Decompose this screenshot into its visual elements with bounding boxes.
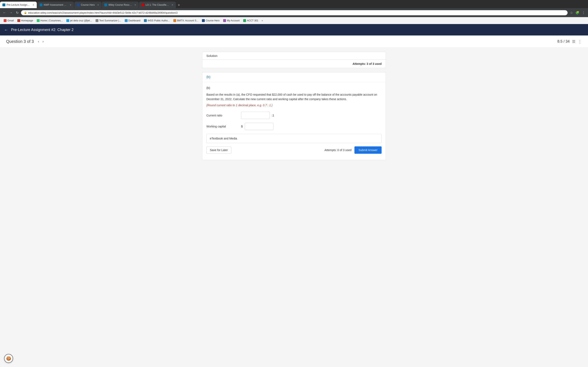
submit-attempts-label: Attempts: 0 of 3 used xyxy=(324,149,351,152)
part-b-sub-label: (b) xyxy=(207,86,381,90)
bookmark-button[interactable]: ☆ xyxy=(569,10,574,16)
bottom-actions: Save for Later Attempts: 0 of 3 used Sub… xyxy=(207,146,381,156)
tab-close-2[interactable]: ✕ xyxy=(97,4,99,6)
question-label: Question 3 of 3 xyxy=(6,39,34,44)
tab-0[interactable]: Pre-Lecture Assignment #2: C... ✕ xyxy=(0,2,37,8)
main-content: Solution Attempts: 3 of 3 used (b) (b) B… xyxy=(196,48,392,168)
back-nav-button[interactable]: ← xyxy=(2,10,7,15)
part-b-label: (b) xyxy=(207,75,210,79)
tab-favicon-1 xyxy=(40,3,43,6)
lock-icon: 🔒 xyxy=(24,11,27,14)
working-capital-label: Working capital xyxy=(207,125,239,128)
address-bar[interactable]: 🔒 education.wiley.com/was/ui/v2/assessme… xyxy=(21,10,568,15)
bookmark-label-3: jet dela cruz (@jet... xyxy=(70,19,92,22)
bookmark-favicon-3 xyxy=(66,19,69,22)
bookmark-favicon-8 xyxy=(202,19,205,22)
bookmark-favicon-2 xyxy=(37,19,40,22)
bookmark-0[interactable]: Gmail xyxy=(2,18,15,23)
tab-4[interactable]: LO 1: The Classified Balance S... ✕ xyxy=(139,2,176,8)
tab-favicon-3 xyxy=(104,3,107,6)
tab-close-0[interactable]: ✕ xyxy=(33,4,34,6)
more-options-button[interactable]: ⋮ xyxy=(578,39,582,44)
tab-2[interactable]: Course Hero ✕ xyxy=(74,2,102,8)
part-b-body: (b) Based on the results in (a), the CFO… xyxy=(202,82,386,160)
tab-label-0: Pre-Lecture Assignment #2: C... xyxy=(7,3,30,6)
back-button[interactable]: ← xyxy=(4,27,8,32)
tab-label-1: NWP Assessment Player UI A... xyxy=(44,3,67,6)
menu-button[interactable]: ⋮ xyxy=(581,10,586,16)
bookmark-favicon-7 xyxy=(173,19,176,22)
browser-chrome: Pre-Lecture Assignment #2: C... ✕ NWP As… xyxy=(0,0,588,24)
bookmark-label-2: Home | Cosumnes... xyxy=(40,19,63,22)
new-tab-button[interactable]: + xyxy=(176,2,182,8)
tab-label-3: Wiley Course Resources xyxy=(108,3,132,6)
bookmark-label-8: Course Hero xyxy=(206,19,219,22)
bookmark-label-9: My Account xyxy=(227,19,240,22)
bookmark-favicon-10 xyxy=(243,19,246,22)
working-capital-input[interactable] xyxy=(245,123,273,130)
submit-answer-button[interactable]: Submit Answer xyxy=(355,146,381,154)
tab-label-2: Course Hero xyxy=(81,3,95,6)
round-hint: (Round current ratio to 1 decimal place,… xyxy=(207,104,381,107)
score-display: 8.5 / 34 xyxy=(557,39,570,44)
tab-favicon-0 xyxy=(2,3,5,6)
bookmark-9[interactable]: My Account xyxy=(222,18,241,23)
address-bar-row: ← → ↻ 🔒 education.wiley.com/was/ui/v2/as… xyxy=(0,8,588,17)
list-icon-button[interactable]: ☰ xyxy=(572,39,575,44)
prev-question-button[interactable]: ‹ xyxy=(37,39,40,44)
bookmark-1[interactable]: Homepage xyxy=(16,18,35,23)
next-question-button[interactable]: › xyxy=(42,39,44,44)
etextbook-label: eTextbook and Media xyxy=(210,137,237,140)
bookmark-label-7: BMTX: Account S... xyxy=(177,19,198,22)
bookmark-2[interactable]: Home | Cosumnes... xyxy=(35,18,64,23)
forward-nav-button[interactable]: → xyxy=(9,10,13,15)
solution-tab[interactable]: Solution xyxy=(202,52,386,60)
bookmark-label-10: ACCT 301 xyxy=(247,19,258,22)
question-nav-bar: Question 3 of 3 ‹ › 8.5 / 34 ☰ ⋮ xyxy=(0,35,588,48)
current-ratio-input[interactable] xyxy=(241,112,270,119)
tab-1[interactable]: NWP Assessment Player UI A... ✕ xyxy=(37,2,74,8)
bookmark-5[interactable]: Dashboard xyxy=(123,18,142,23)
bookmark-label-5: Dashboard xyxy=(129,19,140,22)
bookmark-8[interactable]: Course Hero xyxy=(200,18,221,23)
tab-favicon-2 xyxy=(77,3,80,6)
attempts-row: Attempts: 3 of 3 used xyxy=(202,60,386,68)
bookmark-label-1: Homepage xyxy=(21,19,33,22)
question-text: Based on the results in (a), the CFO req… xyxy=(207,92,381,101)
bookmark-favicon-9 xyxy=(223,19,226,22)
tab-close-4[interactable]: ✕ xyxy=(172,4,173,6)
bookmark-favicon-1 xyxy=(17,19,20,22)
bookmark-label-6: IHSS Public Autho... xyxy=(148,19,170,22)
bookmark-favicon-5 xyxy=(125,19,128,22)
part-b-header: (b) xyxy=(202,72,386,82)
extensions-button[interactable]: 🧩 xyxy=(575,10,580,16)
working-capital-row: Working capital $ xyxy=(207,123,381,130)
url-text: education.wiley.com/was/ui/v2/assessment… xyxy=(28,11,178,14)
solution-card: Solution Attempts: 3 of 3 used xyxy=(202,52,386,68)
current-ratio-label: Current ratio xyxy=(207,114,239,117)
solution-tab-label: Solution xyxy=(207,54,217,58)
bookmark-label-0: Gmail xyxy=(7,19,14,22)
bookmark-favicon-0 xyxy=(4,19,7,22)
tab-bar: Pre-Lecture Assignment #2: C... ✕ NWP As… xyxy=(0,0,588,8)
bookmarks-more[interactable]: » xyxy=(261,19,263,22)
ratio-suffix: :1 xyxy=(272,114,274,117)
bookmark-4[interactable]: Text Summarizer |... xyxy=(94,18,122,23)
part-b-card: (b) (b) Based on the results in (a), the… xyxy=(202,72,386,160)
refresh-button[interactable]: ↻ xyxy=(15,10,19,16)
save-later-button[interactable]: Save for Later xyxy=(207,147,231,154)
etextbook-row[interactable]: eTextbook and Media xyxy=(207,134,381,143)
dollar-sign: $ xyxy=(241,125,243,128)
app-header: ← Pre-Lecture Assignment #2: Chapter 2 xyxy=(0,24,588,35)
tab-3[interactable]: Wiley Course Resources ✕ xyxy=(102,2,139,8)
tab-close-1[interactable]: ✕ xyxy=(70,4,71,6)
bookmark-favicon-4 xyxy=(95,19,98,22)
bookmark-7[interactable]: BMTX: Account S... xyxy=(172,18,200,23)
bookmark-10[interactable]: ACCT 301 xyxy=(242,18,260,23)
bookmark-3[interactable]: jet dela cruz (@jet... xyxy=(65,18,94,23)
app-title: Pre-Lecture Assignment #2: Chapter 2 xyxy=(11,28,73,32)
tab-close-3[interactable]: ✕ xyxy=(134,4,136,6)
tab-label-4: LO 1: The Classified Balance S... xyxy=(146,3,169,6)
bookmark-favicon-6 xyxy=(144,19,147,22)
bookmark-6[interactable]: IHSS Public Autho... xyxy=(142,18,171,23)
